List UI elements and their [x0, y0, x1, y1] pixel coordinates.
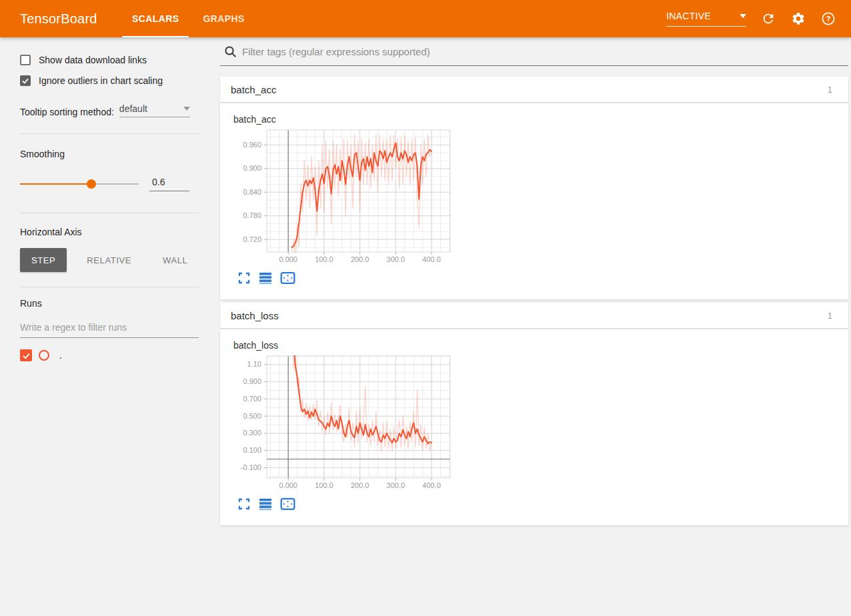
refresh-button[interactable] [760, 11, 776, 27]
fullscreen-icon [237, 497, 251, 511]
checkbox-label: Show data download links [39, 55, 147, 65]
tooltip-sorting-value: default [119, 103, 147, 114]
data-status-dropdown[interactable]: INACTIVE [666, 11, 746, 27]
tag-count-badge: 1 [828, 311, 838, 321]
check-icon [21, 77, 29, 85]
tag-group-title: batch_loss [231, 310, 279, 321]
chart-title: batch_acc [233, 114, 848, 125]
scalar-chart-card: batch_acc 0.000100.0200.0300.0400.00.720… [220, 103, 848, 299]
main-tabs: SCALARS GRAPHS [120, 0, 257, 37]
batch-acc-chart[interactable]: 0.000100.0200.0300.0400.00.7200.7800.840… [230, 129, 848, 267]
settings-button[interactable] [790, 11, 806, 27]
smoothing-slider[interactable] [20, 179, 139, 189]
svg-text:0.780: 0.780 [243, 211, 261, 219]
axis-relative-button[interactable]: RELATIVE [75, 248, 143, 272]
show-download-links-row[interactable]: Show data download links [20, 55, 199, 65]
svg-text:400.0: 400.0 [422, 481, 441, 489]
svg-text:100.0: 100.0 [315, 255, 333, 263]
show-download-links-checkbox[interactable] [20, 55, 31, 65]
tag-group-batch-loss: batch_loss 1 batch_loss 0.000100.0200.03… [220, 303, 848, 525]
help-icon: ? [821, 11, 836, 26]
smoothing-label: Smoothing [20, 149, 199, 159]
fit-to-data-icon [280, 272, 295, 284]
expand-chart-button[interactable] [237, 271, 251, 285]
chevron-down-icon [183, 107, 190, 111]
fit-domain-button[interactable] [280, 498, 295, 510]
refresh-icon [761, 11, 776, 26]
axis-wall-button[interactable]: WALL [151, 248, 199, 272]
tab-scalars[interactable]: SCALARS [120, 0, 191, 37]
svg-text:300.0: 300.0 [387, 255, 405, 263]
chart-toolbar [237, 271, 848, 285]
fit-to-data-icon [280, 498, 295, 510]
svg-text:400.0: 400.0 [422, 255, 441, 263]
help-button[interactable]: ? [820, 11, 836, 27]
svg-text:100.0: 100.0 [315, 481, 333, 489]
tooltip-sorting-label: Tooltip sorting method: [20, 107, 114, 117]
horizontal-axis-label: Horizontal Axis [20, 227, 199, 237]
chart-title: batch_loss [233, 340, 848, 351]
svg-text:200.0: 200.0 [351, 255, 369, 263]
svg-text:0.840: 0.840 [243, 188, 261, 196]
svg-text:0.720: 0.720 [243, 235, 261, 243]
status-value: INACTIVE [666, 11, 711, 21]
tag-group-header[interactable]: batch_acc 1 [220, 77, 848, 102]
svg-text:?: ? [826, 15, 831, 23]
app-header: TensorBoard SCALARS GRAPHS INACTIVE ? [0, 0, 851, 37]
runs-regex-input[interactable] [20, 322, 199, 338]
run-data-button[interactable] [259, 497, 272, 511]
svg-text:300.0: 300.0 [387, 481, 405, 489]
dashboard-main: batch_acc 1 batch_acc 0.000100.0200.0300… [220, 37, 851, 525]
svg-text:0.100: 0.100 [243, 446, 261, 454]
data-rows-icon [259, 271, 272, 285]
run-color-circle[interactable] [38, 349, 50, 361]
run-checkbox[interactable] [20, 349, 32, 361]
axis-step-button[interactable]: STEP [20, 248, 67, 272]
app-title: TensorBoard [0, 0, 120, 37]
slider-thumb[interactable] [87, 179, 96, 189]
chart-toolbar [237, 497, 848, 511]
tag-count-badge: 1 [828, 85, 838, 95]
tag-group-batch-acc: batch_acc 1 batch_acc 0.000100.0200.0300… [220, 77, 848, 299]
run-name: . [59, 350, 62, 361]
tag-group-header[interactable]: batch_loss 1 [220, 303, 848, 328]
svg-text:0.900: 0.900 [243, 164, 261, 172]
search-icon [224, 45, 237, 58]
slider-fill [20, 183, 91, 185]
smoothing-value-input[interactable]: 0.6 [149, 177, 189, 191]
runs-label: Runs [20, 298, 199, 309]
fit-domain-button[interactable] [280, 272, 295, 284]
svg-text:0.700: 0.700 [243, 395, 261, 403]
svg-text:0.300: 0.300 [243, 429, 261, 437]
svg-text:0.500: 0.500 [243, 412, 261, 420]
fullscreen-icon [237, 271, 251, 285]
expand-chart-button[interactable] [237, 497, 251, 511]
check-icon [22, 351, 31, 360]
tag-filter-input[interactable] [242, 46, 847, 57]
svg-text:0.000: 0.000 [279, 255, 297, 263]
gear-icon [791, 11, 806, 26]
svg-text:-0.100: -0.100 [241, 463, 261, 471]
ignore-outliers-row[interactable]: Ignore outliers in chart scaling [20, 75, 199, 86]
run-row[interactable]: . [20, 349, 199, 361]
circle-icon [38, 349, 50, 361]
tooltip-sorting-dropdown[interactable]: default [119, 103, 190, 117]
checkbox-label: Ignore outliers in chart scaling [39, 75, 163, 86]
tag-group-title: batch_acc [231, 84, 276, 95]
svg-text:1.10: 1.10 [247, 360, 261, 368]
svg-text:0.960: 0.960 [243, 141, 261, 149]
scalar-chart-card: batch_loss 0.000100.0200.0300.0400.0-0.1… [220, 329, 848, 525]
svg-text:200.0: 200.0 [351, 481, 369, 489]
data-rows-icon [259, 497, 272, 511]
svg-text:0.900: 0.900 [243, 377, 261, 385]
svg-text:0.000: 0.000 [279, 481, 297, 489]
run-data-button[interactable] [259, 271, 272, 285]
settings-sidebar: Show data download links Ignore outliers… [0, 37, 220, 616]
tab-graphs[interactable]: GRAPHS [191, 0, 256, 37]
chevron-down-icon [740, 14, 746, 18]
batch-loss-chart[interactable]: 0.000100.0200.0300.0400.0-0.1000.1000.30… [230, 355, 848, 493]
tag-filter-bar [220, 37, 848, 66]
ignore-outliers-checkbox[interactable] [20, 75, 31, 86]
